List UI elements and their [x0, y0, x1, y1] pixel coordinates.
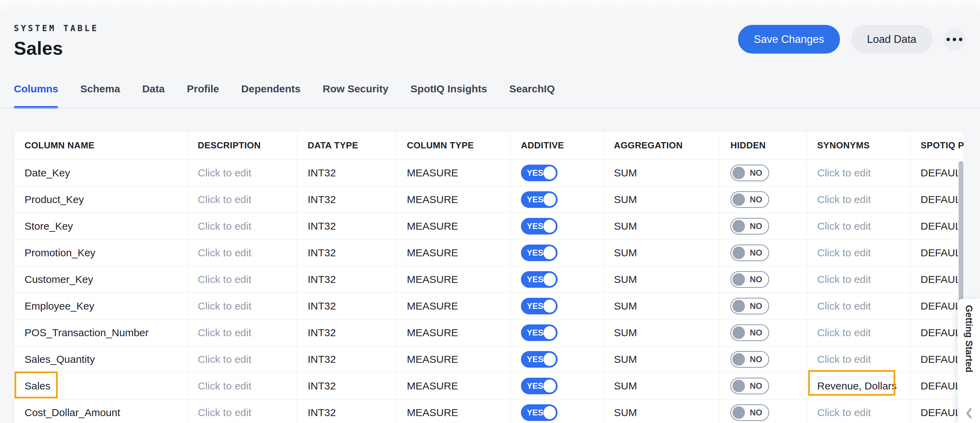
column-type-cell[interactable]: MEASURE	[396, 319, 511, 346]
aggregation-cell[interactable]: SUM	[603, 373, 720, 399]
additive-toggle[interactable]: YES	[521, 298, 558, 314]
spotiq-preference-cell[interactable]: DEFAULT	[910, 399, 964, 423]
tab-profile[interactable]: Profile	[187, 83, 219, 109]
hidden-toggle[interactable]: NO	[730, 191, 769, 208]
tab-schema[interactable]: Schema	[80, 83, 120, 109]
additive-cell: YES	[511, 346, 603, 372]
spotiq-preference-cell[interactable]: DEFAULT	[910, 346, 964, 372]
additive-toggle[interactable]: YES	[521, 271, 558, 288]
hidden-toggle[interactable]: NO	[730, 218, 769, 235]
synonyms-cell[interactable]: Click to edit	[807, 187, 910, 213]
aggregation-cell[interactable]: SUM	[603, 399, 720, 423]
spotiq-preference-cell[interactable]: DEFAULT	[910, 187, 964, 213]
synonyms-cell[interactable]: Click to edit	[807, 160, 910, 186]
description-cell[interactable]: Click to edit	[187, 399, 297, 423]
column-type-cell[interactable]: MEASURE	[396, 293, 511, 319]
description-cell[interactable]: Click to edit	[187, 346, 297, 372]
column-type-cell[interactable]: MEASURE	[396, 373, 511, 399]
tabs-divider	[0, 108, 980, 108]
synonyms-cell[interactable]: Click to edit	[807, 240, 910, 266]
spotiq-preference-cell[interactable]: DEFAULT	[910, 293, 964, 319]
synonyms-cell[interactable]: Click to edit	[807, 266, 910, 293]
synonyms-cell[interactable]: Click to edit	[807, 399, 910, 423]
aggregation-cell[interactable]: SUM	[603, 346, 720, 372]
data-type-cell: INT32	[297, 240, 396, 266]
tab-data[interactable]: Data	[142, 83, 165, 109]
aggregation-cell[interactable]: SUM	[603, 293, 720, 319]
hidden-toggle[interactable]: NO	[730, 164, 769, 181]
spotiq-preference-cell[interactable]: DEFAULT	[910, 240, 964, 266]
additive-toggle[interactable]: YES	[521, 324, 558, 341]
synonyms-cell[interactable]: Click to edit	[807, 293, 910, 319]
hidden-toggle[interactable]: NO	[730, 324, 769, 341]
column-type-cell[interactable]: MEASURE	[396, 187, 511, 213]
tab-row-security[interactable]: Row Security	[323, 83, 388, 109]
aggregation-cell[interactable]: SUM	[603, 266, 720, 293]
col-header-synonyms: SYNONYMS	[807, 131, 910, 160]
column-type-cell[interactable]: MEASURE	[396, 346, 511, 372]
spotiq-preference-cell[interactable]: DEFAULT	[910, 266, 964, 293]
column-type-cell[interactable]: MEASURE	[396, 160, 511, 186]
description-cell[interactable]: Click to edit	[187, 319, 297, 346]
synonyms-cell[interactable]: Click to edit	[807, 213, 910, 239]
highlight-box-sales-name	[14, 372, 58, 399]
tab-searchiq[interactable]: SearchIQ	[509, 83, 555, 109]
col-header-spotiq-preference: SPOTIQ PR	[910, 131, 964, 160]
description-cell[interactable]: Click to edit	[187, 160, 297, 186]
synonyms-cell[interactable]: Click to edit	[807, 319, 910, 346]
hidden-toggle[interactable]: NO	[730, 271, 769, 288]
hidden-toggle[interactable]: NO	[730, 378, 769, 394]
hidden-cell: NO	[720, 373, 807, 399]
hidden-toggle[interactable]: NO	[730, 298, 769, 314]
additive-toggle[interactable]: YES	[521, 378, 558, 394]
column-type-cell[interactable]: MEASURE	[396, 240, 511, 266]
description-cell[interactable]: Click to edit	[187, 187, 297, 213]
data-type-cell: INT32	[297, 293, 396, 319]
description-cell[interactable]: Click to edit	[187, 266, 297, 293]
description-cell[interactable]: Click to edit	[187, 293, 297, 319]
aggregation-cell[interactable]: SUM	[603, 319, 720, 346]
additive-cell: YES	[511, 373, 603, 399]
description-cell[interactable]: Click to edit	[187, 373, 297, 399]
toggle-knob	[543, 193, 556, 206]
tab-spotiq-insights[interactable]: SpotIQ Insights	[410, 83, 487, 109]
more-options-button[interactable]	[943, 28, 966, 51]
hidden-cell: NO	[720, 319, 807, 346]
toggle-knob	[732, 406, 745, 419]
hidden-cell: NO	[720, 160, 807, 186]
column-type-cell[interactable]: MEASURE	[396, 213, 511, 239]
description-cell[interactable]: Click to edit	[187, 240, 297, 266]
toggle-knob	[543, 273, 556, 286]
description-cell[interactable]: Click to edit	[187, 213, 297, 239]
hidden-toggle[interactable]: NO	[730, 404, 769, 421]
aggregation-cell[interactable]: SUM	[603, 187, 720, 213]
hidden-toggle[interactable]: NO	[730, 244, 769, 261]
getting-started-panel[interactable]: Getting Started	[958, 299, 980, 423]
hidden-cell: NO	[720, 293, 807, 319]
additive-toggle[interactable]: YES	[521, 218, 558, 235]
data-type-cell: INT32	[297, 266, 396, 293]
spotiq-preference-cell[interactable]: DEFAULT	[910, 213, 964, 239]
spotiq-preference-cell[interactable]: DEFAULT	[910, 319, 964, 346]
column-type-cell[interactable]: MEASURE	[396, 399, 511, 423]
additive-toggle[interactable]: YES	[521, 164, 558, 181]
hidden-toggle[interactable]: NO	[730, 351, 769, 368]
spotiq-preference-cell[interactable]: DEFAULT	[910, 373, 964, 399]
save-changes-button[interactable]: Save Changes	[738, 25, 840, 54]
additive-toggle[interactable]: YES	[521, 244, 558, 261]
tab-dependents[interactable]: Dependents	[241, 83, 301, 109]
spotiq-preference-cell[interactable]: DEFAULT	[910, 160, 964, 186]
aggregation-cell[interactable]: SUM	[603, 240, 720, 266]
tab-columns[interactable]: Columns	[14, 83, 58, 109]
table-row: Promotion_Key Click to edit INT32 MEASUR…	[14, 240, 964, 266]
aggregation-cell[interactable]: SUM	[603, 213, 720, 239]
column-type-cell[interactable]: MEASURE	[396, 266, 511, 293]
load-data-button[interactable]: Load Data	[851, 25, 932, 54]
synonyms-cell[interactable]: Click to edit	[807, 346, 910, 372]
additive-toggle[interactable]: YES	[521, 404, 558, 421]
chevron-left-icon[interactable]	[964, 407, 974, 420]
aggregation-cell[interactable]: SUM	[603, 160, 720, 186]
additive-toggle[interactable]: YES	[521, 351, 558, 368]
table-row: Product_Key Click to edit INT32 MEASURE …	[14, 187, 964, 213]
additive-toggle[interactable]: YES	[521, 191, 558, 208]
